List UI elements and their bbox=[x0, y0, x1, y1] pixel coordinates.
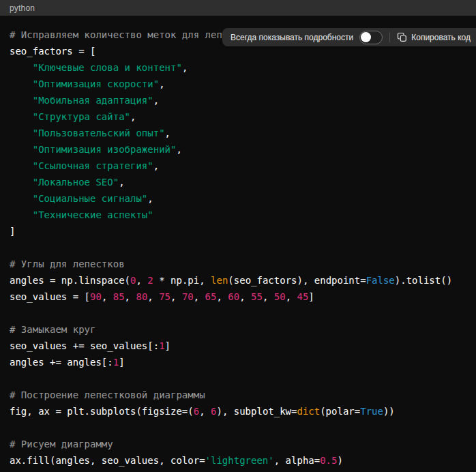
copy-code-button[interactable]: Копировать код bbox=[397, 32, 471, 42]
code-line: "Оптимизация изображений", bbox=[10, 141, 466, 158]
code-line: # Замыкаем круг bbox=[10, 321, 466, 338]
code-line: # Углы для лепестков bbox=[10, 256, 466, 272]
code-line: "Мобильная адаптация", bbox=[10, 92, 466, 108]
toggle-knob bbox=[361, 32, 371, 42]
code-line: "Технические аспекты" bbox=[10, 207, 466, 223]
code-line: # Рисуем диаграмму bbox=[10, 436, 466, 452]
code-line bbox=[10, 239, 466, 256]
code-line: ax.fill(angles, seo_values, color='light… bbox=[10, 452, 466, 469]
code-line: angles = np.linspace(0, 2 * np.pi, len(s… bbox=[10, 272, 466, 289]
code-line: seo_values += seo_values[:1] bbox=[10, 338, 466, 354]
copy-icon bbox=[397, 32, 407, 42]
always-show-details-toggle[interactable] bbox=[359, 31, 383, 44]
code-line: "Социальные сигналы", bbox=[10, 190, 466, 207]
always-show-details-label: Всегда показывать подробности bbox=[230, 33, 353, 42]
code-line: "Локальное SEO", bbox=[10, 174, 466, 190]
code-line bbox=[10, 419, 466, 436]
toolbar-divider bbox=[389, 32, 390, 42]
copy-code-label: Копировать код bbox=[411, 33, 471, 42]
code-line: seo_values = [90, 85, 80, 75, 70, 65, 60… bbox=[10, 289, 466, 305]
code-line: fig, ax = plt.subplots(figsize=(6, 6), s… bbox=[10, 403, 466, 419]
code-line: "Ключевые слова и контент", bbox=[10, 59, 466, 76]
code-line bbox=[10, 370, 466, 387]
code-line: ] bbox=[10, 223, 466, 239]
code-line: # Построение лепестковой диаграммы bbox=[10, 387, 466, 403]
code-line: "Ссылочная стратегия", bbox=[10, 158, 466, 174]
code-line: "Пользовательский опыт", bbox=[10, 125, 466, 141]
code-language-label: python bbox=[10, 3, 35, 13]
code-toolbar: Всегда показывать подробности Копировать… bbox=[222, 28, 476, 46]
code-line: angles += angles[:1] bbox=[10, 354, 466, 370]
code-header: python bbox=[0, 0, 476, 16]
code-line bbox=[10, 305, 466, 321]
code-block: python # Исправляем количество меток для… bbox=[0, 0, 476, 472]
code-line: "Структура сайта", bbox=[10, 108, 466, 125]
code-content: # Исправляем количество меток для лепест… bbox=[0, 16, 476, 472]
code-line: "Оптимизация скорости", bbox=[10, 76, 466, 92]
